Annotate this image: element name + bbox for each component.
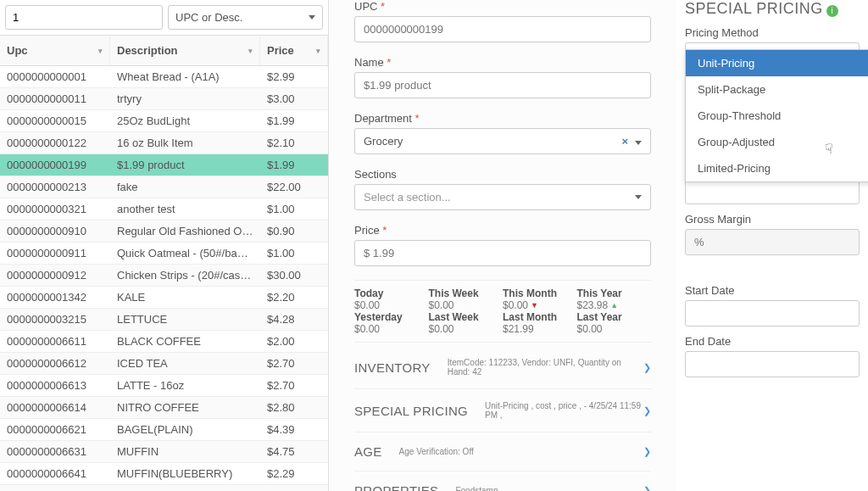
cell-price: $1.00	[260, 243, 328, 264]
pricing-method-option[interactable]: Group-Threshold☟	[686, 103, 868, 129]
accordion-section[interactable]: AGEAge Verification: Off❯	[354, 432, 651, 471]
table-row[interactable]: 0000000001342KALE$2.20	[0, 287, 328, 309]
pricing-method-option[interactable]: Limited-Pricing	[686, 155, 868, 181]
stat-label: Last Year	[577, 311, 652, 323]
chevron-right-icon: ❯	[643, 362, 651, 373]
pricing-method-option[interactable]: Split-Package	[686, 76, 868, 103]
cell-price: $4.28	[260, 309, 328, 330]
stat-value: $0.00	[429, 323, 504, 335]
table-row[interactable]: 0000000006611BLACK COFFEE$2.00	[0, 331, 328, 353]
table-header: Upc▾ Description▾ Price▾	[0, 35, 328, 66]
table-row[interactable]: 0000000006671PUDDING(VANILLA)$9.99	[0, 485, 328, 491]
table-row[interactable]: 0000000006614NITRO COFFEE$2.80	[0, 397, 328, 419]
product-detail-panel: UPC * Name * Department * Grocery × Sect…	[329, 0, 676, 491]
table-row[interactable]: 0000000000001Wheat Bread - (A1A)$2.99	[0, 66, 328, 88]
cell-upc: 0000000000321	[0, 198, 110, 220]
cell-description: Regular Old Fashioned Oatme...	[110, 220, 260, 242]
accordion-section[interactable]: INVENTORYItemCode: 112233, Vendor: UNFI,…	[354, 346, 651, 389]
table-row[interactable]: 0000000006621BAGEL(PLAIN)$4.39	[0, 419, 328, 441]
cell-description: fake	[110, 176, 260, 198]
cell-price: $30.00	[260, 265, 328, 286]
table-row[interactable]: 0000000000199$1.99 product$1.99	[0, 154, 328, 176]
stat-item: Yesterday$0.00	[354, 311, 429, 335]
cell-upc: 0000000000015	[0, 110, 110, 131]
cell-price: $2.70	[260, 375, 328, 396]
cell-price: $3.00	[260, 88, 328, 109]
special-pricing-panel: SPECIAL PRICING i Pricing Method Unit-Pr…	[676, 0, 868, 491]
pricing-method-option[interactable]: Group-Adjusted	[686, 129, 868, 155]
table-row[interactable]: 0000000006641MUFFIN(BLUEBERRY)$2.29	[0, 463, 328, 485]
cell-description: 25Oz BudLight	[110, 110, 260, 131]
table-row[interactable]: 0000000006613LATTE - 16oz$2.70	[0, 375, 328, 397]
stat-label: Yesterday	[354, 311, 429, 323]
table-row[interactable]: 0000000006612ICED TEA$2.70	[0, 353, 328, 375]
cell-upc: 0000000000912	[0, 265, 110, 286]
pricing-method-option[interactable]: Unit-Pricing	[686, 50, 868, 76]
accordion-section[interactable]: PROPERTIESFoodstamp❯	[354, 471, 651, 491]
upc-label: UPC *	[354, 0, 651, 13]
stat-item: Last Month$21.99	[503, 311, 577, 335]
column-header-description[interactable]: Description▾	[110, 36, 260, 65]
stat-item: This Week$0.00	[429, 287, 504, 311]
table-row[interactable]: 000000000001525Oz BudLight$1.99	[0, 110, 328, 132]
stat-label: Today	[354, 287, 429, 299]
department-select[interactable]: Grocery ×	[354, 128, 651, 154]
end-date-field[interactable]	[685, 351, 860, 377]
chevron-down-icon	[309, 15, 315, 20]
stat-item: Last Year$0.00	[577, 311, 652, 335]
cell-description: NITRO COFFEE	[110, 397, 260, 418]
table-row[interactable]: 0000000003215LETTUCE$4.28	[0, 309, 328, 331]
cell-upc: 0000000006671	[0, 485, 110, 491]
stat-value: $21.99	[503, 323, 577, 335]
trend-up-icon: ▲	[610, 301, 618, 310]
chevron-right-icon: ❯	[643, 405, 651, 416]
stat-value: $0.00	[577, 323, 652, 335]
chevron-right-icon: ❯	[643, 446, 651, 457]
price-field[interactable]	[354, 240, 651, 266]
accordion-title: PROPERTIES	[354, 483, 438, 491]
search-input[interactable]	[5, 5, 163, 30]
table-row[interactable]: 0000000000011trtyry$3.00	[0, 88, 328, 110]
info-icon[interactable]: i	[826, 5, 838, 17]
table-row[interactable]: 0000000006631MUFFIN$4.75	[0, 441, 328, 463]
cell-description: another test	[110, 198, 260, 220]
sort-icon: ▾	[248, 47, 253, 55]
price-label: Price *	[354, 224, 651, 237]
search-filter-dropdown[interactable]: UPC or Desc.	[168, 5, 323, 30]
table-row[interactable]: 0000000000213fake$22.00	[0, 176, 328, 198]
upc-field[interactable]	[354, 16, 651, 42]
name-field[interactable]	[354, 72, 651, 98]
table-row[interactable]: 0000000000910Regular Old Fashioned Oatme…	[0, 220, 328, 243]
accordion-meta: ItemCode: 112233, Vendor: UNFI, Quantity…	[431, 358, 643, 377]
cell-description: $1.99 product	[110, 154, 260, 176]
gross-margin-field[interactable]	[685, 229, 860, 255]
table-body: 0000000000001Wheat Bread - (A1A)$2.99000…	[0, 66, 328, 491]
pricing-method-options: Unit-PricingSplit-PackageGroup-Threshold…	[685, 49, 868, 182]
cell-upc: 0000000000011	[0, 88, 110, 109]
clear-icon[interactable]: ×	[621, 135, 628, 148]
cell-upc: 0000000006621	[0, 419, 110, 440]
cell-description: 16 oz Bulk Item	[110, 132, 260, 153]
cell-price: $1.99	[260, 154, 328, 176]
chevron-right-icon: ❯	[643, 485, 651, 491]
table-row[interactable]: 0000000000911Quick Oatmeal - (50#/bag) -…	[0, 243, 328, 265]
accordion-section[interactable]: SPECIAL PRICINGUnit-Pricing , cost , pri…	[354, 389, 651, 432]
search-filter-label: UPC or Desc.	[175, 11, 242, 24]
stat-item: This Year$23.98 ▲	[577, 287, 652, 311]
table-row[interactable]: 0000000000321another test$1.00	[0, 198, 328, 220]
accordion-title: AGE	[354, 444, 382, 459]
cell-price: $4.39	[260, 419, 328, 440]
sort-icon: ▾	[316, 47, 320, 55]
cell-description: MUFFIN	[110, 441, 260, 462]
stat-item: This Month$0.00 ▼	[503, 287, 577, 311]
column-header-price[interactable]: Price▾	[260, 36, 328, 65]
cell-description: MUFFIN(BLUEBERRY)	[110, 463, 260, 484]
table-row[interactable]: 000000000012216 oz Bulk Item$2.10	[0, 132, 328, 154]
table-row[interactable]: 0000000000912Chicken Strips - (20#/case)…	[0, 265, 328, 287]
department-label: Department *	[354, 112, 651, 125]
sections-select[interactable]: Select a section...	[354, 184, 651, 210]
cell-upc: 0000000006611	[0, 331, 110, 352]
special-pricing-title: SPECIAL PRICING i	[685, 0, 860, 18]
column-header-upc[interactable]: Upc▾	[0, 36, 110, 65]
start-date-field[interactable]	[685, 300, 860, 326]
